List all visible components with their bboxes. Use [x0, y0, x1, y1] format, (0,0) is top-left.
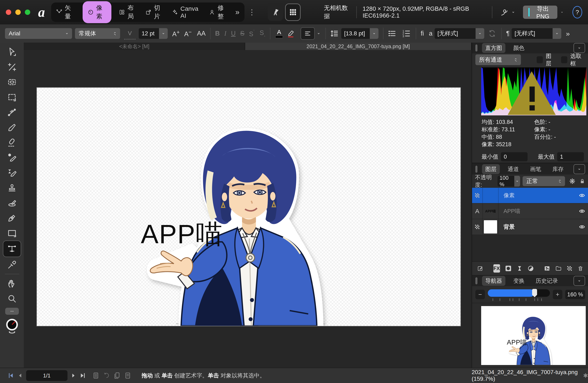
- navigator-preview[interactable]: [481, 306, 586, 365]
- undo-brush-tool[interactable]: [4, 165, 20, 180]
- tab-channels[interactable]: 通道: [504, 164, 522, 174]
- move-tool[interactable]: [4, 44, 20, 59]
- artistic-text-tool[interactable]: [3, 241, 21, 257]
- export-png-button[interactable]: 导出PNG: [523, 6, 557, 19]
- blend-mode-select[interactable]: 正常: [523, 176, 565, 186]
- more-options-button[interactable]: ⋮: [248, 8, 256, 17]
- flood-select-tool[interactable]: [4, 75, 20, 90]
- marquee-select-tool[interactable]: [4, 90, 20, 105]
- collapse-panel-button[interactable]: [573, 164, 585, 174]
- panel-drag-handle[interactable]: [475, 277, 477, 284]
- tab-transform[interactable]: 变换: [510, 276, 528, 286]
- next-page-button[interactable]: [70, 373, 76, 379]
- rectangle-tool[interactable]: [4, 225, 20, 241]
- superscript-button[interactable]: S˙: [249, 29, 255, 38]
- bold-button[interactable]: B: [215, 30, 220, 37]
- previous-page-button[interactable]: [17, 373, 23, 379]
- persona-overflow-button[interactable]: »: [235, 8, 240, 17]
- zoom-tool[interactable]: [4, 291, 20, 306]
- zoom-window-button[interactable]: [25, 10, 30, 15]
- clone-stamp-tool[interactable]: [4, 180, 20, 195]
- layer-checkbox[interactable]: [537, 56, 543, 63]
- subscript-button[interactable]: S.: [260, 29, 265, 38]
- sync-style-icon[interactable]: [488, 29, 497, 38]
- zoom-percentage[interactable]: 160 %: [565, 290, 585, 299]
- studio-grid-button[interactable]: [285, 3, 301, 21]
- layer-visibility-toggle[interactable]: [576, 204, 588, 219]
- view-pan-tool[interactable]: [4, 276, 20, 291]
- opacity-combo[interactable]: 100 %: [498, 176, 520, 187]
- panel-drag-handle[interactable]: [475, 166, 477, 173]
- export-options-chevron[interactable]: [560, 9, 564, 15]
- document-canvas[interactable]: [37, 88, 461, 326]
- page-indicator[interactable]: 1/1: [26, 370, 67, 381]
- revert-icon[interactable]: [103, 372, 110, 379]
- pen-tool[interactable]: [4, 210, 20, 225]
- color-selector[interactable]: [4, 316, 20, 336]
- increase-size-button[interactable]: A+: [172, 29, 180, 38]
- persona-layout[interactable]: 布局: [119, 4, 138, 21]
- color-replacement-brush-tool[interactable]: [4, 150, 20, 165]
- strikethrough-button[interactable]: S: [240, 30, 245, 37]
- chevron-down-icon[interactable]: [316, 30, 321, 37]
- tab-color[interactable]: 颜色: [510, 43, 528, 53]
- font-family-select[interactable]: Arial: [5, 28, 72, 39]
- channel-select[interactable]: 所有通道: [475, 54, 521, 65]
- tab-stock[interactable]: 库存: [549, 164, 567, 174]
- optical-alignment-button[interactable]: V: [124, 28, 135, 39]
- text-annotation-button[interactable]: [268, 3, 283, 21]
- first-page-button[interactable]: [7, 372, 15, 379]
- persona-slice[interactable]: 切片: [145, 4, 164, 21]
- layer-row-background[interactable]: 背景: [472, 219, 588, 235]
- help-button[interactable]: ?: [572, 6, 582, 19]
- canvas-workspace[interactable]: [24, 50, 472, 368]
- capitalization-button[interactable]: AA: [197, 30, 206, 37]
- last-page-button[interactable]: [79, 372, 86, 379]
- numbered-list-icon[interactable]: 1 2 3: [401, 29, 411, 38]
- panel-drag-handle[interactable]: [475, 44, 477, 52]
- collapse-panel-button[interactable]: [573, 276, 585, 286]
- document-pages-icon[interactable]: [92, 372, 100, 380]
- layer-list-empty-area[interactable]: [472, 235, 588, 262]
- decrease-size-button[interactable]: A−: [184, 29, 192, 38]
- tab-brushes[interactable]: 画笔: [527, 164, 545, 174]
- tab-histogram[interactable]: 直方图: [482, 43, 505, 53]
- new-pixel-layer-icon[interactable]: [567, 265, 572, 272]
- bullet-list-icon[interactable]: [387, 29, 397, 38]
- smudge-tool[interactable]: [4, 195, 20, 210]
- layer-visibility-toggle[interactable]: [576, 219, 588, 234]
- color-picker-tool[interactable]: [4, 257, 20, 272]
- layer-row-text[interactable]: A APP喵 APP喵: [472, 204, 588, 219]
- trash-icon[interactable]: [577, 264, 584, 273]
- tab-layers[interactable]: 图层: [482, 164, 500, 174]
- more-tools-button[interactable]: [5, 308, 19, 315]
- zoom-out-button[interactable]: −: [475, 290, 485, 299]
- zoom-slider[interactable]: [488, 288, 550, 301]
- layer-row-pixel[interactable]: 像素: [472, 188, 588, 204]
- gear-icon[interactable]: [569, 177, 576, 185]
- paint-brush-tool[interactable]: [4, 120, 20, 135]
- hourglass-mask-icon[interactable]: [517, 264, 523, 273]
- duplicate-page-icon[interactable]: [113, 372, 121, 380]
- minimize-window-button[interactable]: [15, 10, 21, 15]
- new-group-icon[interactable]: [555, 264, 562, 273]
- document-notes-icon[interactable]: [124, 372, 132, 380]
- highlighter-icon[interactable]: [287, 29, 296, 38]
- layer-effects-button[interactable]: FX: [493, 264, 500, 273]
- paragraph-style-select[interactable]: [无样式]: [512, 28, 561, 39]
- ligatures-button[interactable]: fi: [421, 30, 424, 37]
- erase-brush-tool[interactable]: [4, 135, 20, 150]
- document-tab-active[interactable]: 2021_04_20_22_46_IMG_7007-tuya.png [M]: [245, 43, 472, 50]
- leading-combo[interactable]: [13.8 pt]: [341, 28, 378, 39]
- max-input[interactable]: 1: [557, 152, 584, 161]
- blemish-removal-tool[interactable]: [4, 59, 20, 75]
- font-style-select[interactable]: 常规体: [75, 28, 120, 39]
- mask-layer-icon[interactable]: [505, 264, 512, 273]
- zoom-in-button[interactable]: +: [553, 290, 562, 299]
- min-input[interactable]: 0: [501, 152, 527, 161]
- marquee-checkbox[interactable]: [561, 56, 567, 63]
- font-color-button[interactable]: A: [275, 29, 283, 38]
- new-image-layer-icon[interactable]: [544, 264, 550, 273]
- toolbar-overflow-button[interactable]: »: [566, 30, 570, 38]
- paragraph-align-button[interactable]: [301, 27, 315, 40]
